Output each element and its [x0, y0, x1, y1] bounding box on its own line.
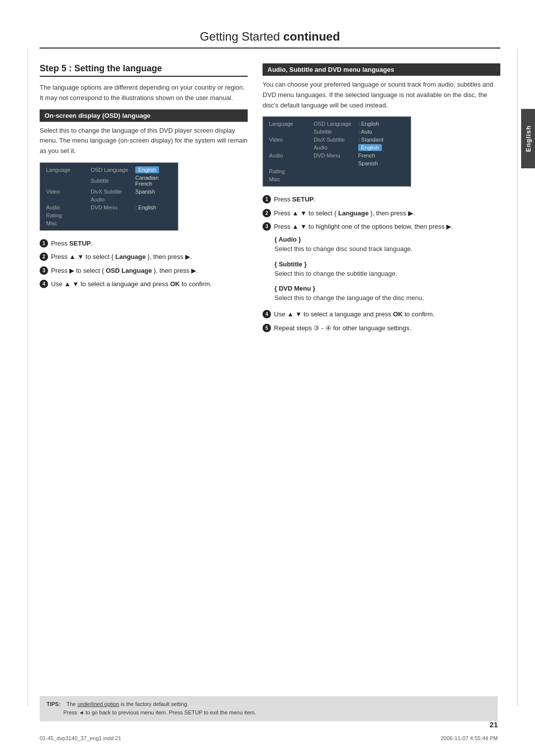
footer-left: 01-45_dvp3140_37_eng1.indd 21 — [40, 735, 121, 741]
osd-menu-row-5: Audio DVD Menu : English — [43, 203, 175, 211]
osd-section-heading: On-screen display (OSD) language — [40, 109, 248, 122]
step-num-4: 4 — [40, 280, 48, 288]
audio-sub-body: Select this to change disc sound track l… — [274, 244, 500, 254]
osd-steps-list: 1 Press SETUP. 2 Press ▲ ▼ to select { L… — [40, 239, 248, 289]
dvd-menu-sub-body: Select this to change the language of th… — [274, 293, 500, 303]
audio-section-heading: Audio, Subtitle and DVD menu languages — [263, 63, 500, 76]
osd-menu-row-2: Subtitle Canadian French — [43, 174, 175, 188]
osd-menu-screenshot: Language OSD Language English Subtitle C… — [40, 162, 178, 231]
osd-menu-row-6: Rating — [43, 211, 175, 219]
audio-menu-row-8: Misc — [266, 175, 408, 183]
title-bold: continued — [283, 30, 340, 43]
audio-step-num-5: 5 — [263, 324, 271, 332]
audio-menu-screenshot: Language OSD Language : English Subtitle… — [263, 116, 411, 187]
osd-step-1: 1 Press SETUP. — [40, 239, 248, 249]
audio-step-num-3: 3 — [263, 222, 271, 231]
osd-body: Select this to change the language of th… — [40, 126, 248, 156]
tips-line2: Press ◄ to go back to previous menu item… — [63, 709, 256, 715]
audio-steps-list: 1 Press SETUP. 2 Press ▲ ▼ to select { L… — [263, 195, 500, 232]
page-number: 21 — [489, 720, 498, 729]
audio-step-num-1: 1 — [263, 195, 271, 203]
subtitle-sub-label: { Subtitle } — [274, 260, 500, 268]
osd-step-3-text: Press ▶ to select { OSD Language }, then… — [51, 266, 198, 276]
subtitle-sub-body: Select this to change the subtitle langu… — [274, 269, 500, 279]
osd-step-2-text: Press ▲ ▼ to select { Language }, then p… — [51, 252, 192, 262]
step5-body: The language options are different depen… — [40, 83, 248, 103]
osd-step-3: 3 Press ▶ to select { OSD Language }, th… — [40, 266, 248, 276]
audio-step-num-2: 2 — [263, 209, 271, 217]
tips-line1: The underlined option is the factory def… — [66, 701, 188, 707]
audio-menu-row-7: Rating — [266, 167, 408, 175]
step5-heading: Step 5 : Setting the language — [40, 63, 248, 77]
audio-step-4: 4 Use ▲ ▼ to select a language and press… — [263, 309, 500, 319]
audio-step-3-text: Press ▲ ▼ to highlight one of the option… — [274, 222, 453, 232]
audio-menu-table: Language OSD Language : English Subtitle… — [266, 120, 408, 183]
left-column: Step 5 : Setting the language The langua… — [40, 63, 248, 337]
osd-menu-row-1: Language OSD Language English — [43, 166, 175, 174]
audio-menu-row-3: Video DivX Subtitle : Standard — [266, 136, 408, 144]
audio-step-5: 5 Repeat steps ③ - ④ for other language … — [263, 323, 500, 333]
right-column: Audio, Subtitle and DVD menu languages Y… — [263, 63, 500, 337]
audio-sub-label: { Audio } — [274, 236, 500, 243]
audio-step-5-text: Repeat steps ③ - ④ for other language se… — [274, 323, 411, 333]
audio-step-num-4: 4 — [263, 310, 271, 318]
audio-step-1: 1 Press SETUP. — [263, 195, 500, 204]
audio-step-4-text: Use ▲ ▼ to select a language and press O… — [274, 309, 434, 319]
title-normal: Getting Started — [200, 30, 280, 43]
tips-label: TIPS: — [47, 701, 60, 707]
audio-menu-row-2: Subtitle : Auto — [266, 128, 408, 136]
osd-menu-row-4: Audio — [43, 196, 175, 203]
osd-menu-row-3: Video DivX Subtitle Spanish — [43, 188, 175, 196]
step-num-2: 2 — [40, 252, 48, 261]
audio-menu-row-1: Language OSD Language : English — [266, 120, 408, 128]
osd-highlight-english: English — [135, 166, 159, 173]
osd-menu-table: Language OSD Language English Subtitle C… — [43, 166, 175, 227]
audio-step-1-text: Press SETUP. — [274, 195, 316, 204]
audio-menu-row-6: Spanish — [266, 159, 408, 167]
osd-step-4: 4 Use ▲ ▼ to select a language and press… — [40, 279, 248, 289]
osd-step-1-text: Press SETUP. — [51, 239, 93, 249]
audio-step-2: 2 Press ▲ ▼ to select { Language }, then… — [263, 208, 500, 218]
audio-highlight-english: English — [358, 144, 382, 151]
audio-step-2-text: Press ▲ ▼ to select { Language }, then p… — [274, 208, 415, 218]
footer-bar: 01-45_dvp3140_37_eng1.indd 21 2006-11-07… — [40, 735, 498, 741]
footer-right: 2006-11-07 4:55:44 PM — [440, 735, 498, 741]
audio-step-3: 3 Press ▲ ▼ to highlight one of the opti… — [263, 222, 500, 232]
two-col-layout: Step 5 : Setting the language The langua… — [40, 63, 500, 337]
step-num-1: 1 — [40, 239, 48, 248]
audio-sub-sections: { Audio } Select this to change disc sou… — [274, 236, 500, 303]
audio-menu-row-4: Audio English — [266, 144, 408, 151]
tips-box: TIPS: The underlined option is the facto… — [40, 696, 498, 721]
page-container: Getting Started continued Step 5 : Setti… — [0, 0, 535, 756]
osd-menu-row-7: Misc — [43, 219, 175, 227]
osd-step-2: 2 Press ▲ ▼ to select { Language }, then… — [40, 252, 248, 262]
page-title: Getting Started continued — [40, 30, 500, 49]
audio-section-body: You can choose your preferred language o… — [263, 80, 500, 110]
audio-menu-row-5: Audio DVD Menu French — [266, 151, 408, 159]
osd-step-4-text: Use ▲ ▼ to select a language and press O… — [51, 279, 212, 289]
dvd-menu-sub-label: { DVD Menu } — [274, 285, 500, 292]
step-num-3: 3 — [40, 266, 48, 275]
audio-steps-list-continued: 4 Use ▲ ▼ to select a language and press… — [263, 309, 500, 333]
